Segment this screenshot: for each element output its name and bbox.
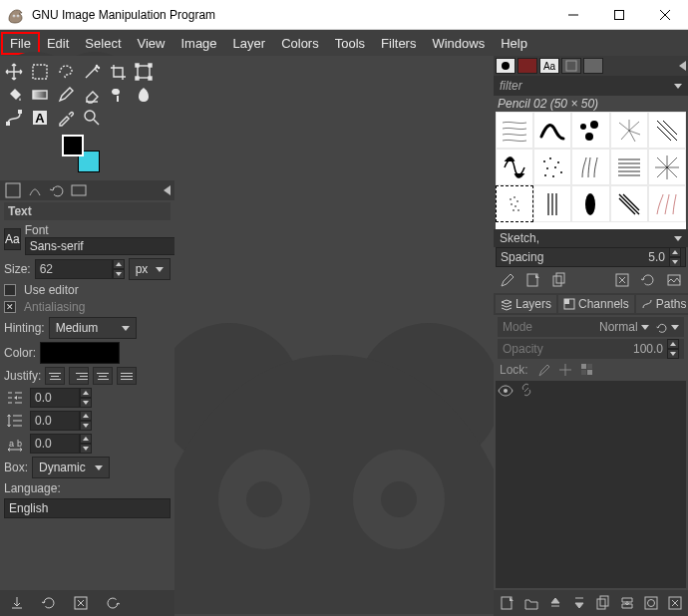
tool-crop[interactable] (108, 62, 127, 81)
lettersp-down[interactable] (80, 444, 92, 454)
spacing-up[interactable] (669, 247, 681, 257)
tool-zoom[interactable] (82, 108, 101, 127)
tool-smudge[interactable] (134, 85, 153, 104)
size-down[interactable] (113, 269, 125, 279)
brush-item[interactable] (610, 112, 648, 149)
tool-pencil[interactable] (56, 85, 75, 104)
box-dropdown[interactable]: Dynamic (32, 457, 110, 478)
brush-item[interactable] (648, 112, 686, 149)
layers-list[interactable] (496, 381, 686, 588)
language-input[interactable] (4, 498, 171, 518)
brush-spacing-slider[interactable]: Spacing 5.0 (496, 247, 686, 267)
raise-layer-icon[interactable] (547, 595, 563, 611)
channels-tab[interactable]: Channels (558, 295, 634, 313)
refresh-brush-icon[interactable] (640, 272, 656, 288)
menu-edit[interactable]: Edit (39, 33, 77, 54)
size-value[interactable]: 62 (35, 259, 113, 279)
menu-tools[interactable]: Tools (327, 33, 373, 54)
maximize-button[interactable] (596, 0, 642, 29)
brush-item[interactable] (610, 149, 648, 185)
justify-left-button[interactable] (45, 367, 65, 385)
brush-item[interactable] (648, 185, 686, 222)
tool-move[interactable] (4, 62, 23, 81)
brush-item[interactable] (571, 112, 609, 149)
undo-tab-icon[interactable] (48, 181, 66, 199)
size-unit-dropdown[interactable]: px (129, 258, 171, 280)
tool-color-picker[interactable] (56, 108, 75, 127)
dock-menu-icon[interactable] (164, 185, 171, 195)
lock-pixels-icon[interactable] (536, 363, 550, 377)
linesp-up[interactable] (80, 411, 92, 421)
tool-eraser[interactable] (82, 85, 101, 104)
antialias-check[interactable] (4, 301, 16, 313)
brush-item[interactable] (496, 112, 533, 149)
size-spin[interactable]: 62 (35, 259, 125, 279)
menu-windows[interactable]: Windows (424, 33, 493, 54)
linespacing-value[interactable]: 0.0 (30, 411, 80, 431)
reset-icon[interactable] (104, 594, 122, 612)
linespacing-spin[interactable]: 0.0 (30, 411, 92, 431)
patterns-tab[interactable] (517, 58, 537, 74)
menu-view[interactable]: View (130, 33, 173, 54)
use-editor-check[interactable] (4, 284, 16, 296)
menu-layer[interactable]: Layer (225, 33, 274, 54)
tool-free-select[interactable] (56, 62, 75, 81)
device-tab-icon[interactable] (26, 181, 44, 199)
indent-up[interactable] (80, 388, 92, 398)
layers-tab[interactable]: Layers (496, 295, 556, 313)
indent-value[interactable]: 0.0 (30, 388, 80, 408)
color-swatches[interactable] (62, 135, 104, 172)
brushes-tab[interactable] (496, 58, 516, 74)
history-tab[interactable] (561, 58, 581, 74)
menu-filters[interactable]: Filters (373, 33, 424, 54)
close-button[interactable] (642, 0, 688, 29)
lettersp-up[interactable] (80, 434, 92, 444)
merge-down-icon[interactable] (619, 595, 635, 611)
justify-center-button[interactable] (93, 367, 113, 385)
delete-preset-icon[interactable] (72, 594, 90, 612)
opacity-up[interactable] (667, 339, 679, 349)
link-icon[interactable] (519, 383, 533, 397)
open-as-image-icon[interactable] (666, 272, 682, 288)
justify-right-button[interactable] (69, 367, 89, 385)
brush-item[interactable] (533, 185, 571, 222)
visibility-icon[interactable] (498, 383, 514, 399)
mode-row[interactable]: Mode Normal (498, 317, 684, 337)
fonts-tab[interactable]: Aa (539, 58, 559, 74)
text-color-chip[interactable] (40, 342, 120, 364)
tool-rect-select[interactable] (30, 62, 49, 81)
new-group-icon[interactable] (523, 595, 539, 611)
linesp-down[interactable] (80, 421, 92, 431)
indent-down[interactable] (80, 398, 92, 408)
lock-position-icon[interactable] (558, 363, 572, 377)
save-preset-icon[interactable] (8, 594, 26, 612)
brush-item[interactable] (496, 149, 533, 185)
canvas-area[interactable] (174, 56, 494, 616)
opacity-row[interactable]: Opacity 100.0 (498, 339, 684, 359)
mask-icon[interactable] (643, 595, 659, 611)
lower-layer-icon[interactable] (571, 595, 587, 611)
brush-item[interactable] (648, 149, 686, 185)
lock-alpha-icon[interactable] (580, 363, 594, 377)
tool-text[interactable]: A (30, 108, 49, 127)
delete-brush-icon[interactable] (614, 272, 630, 288)
menu-colors[interactable]: Colors (273, 33, 327, 54)
menu-file[interactable]: File (2, 33, 39, 54)
fg-color-swatch[interactable] (62, 135, 84, 156)
justify-fill-button[interactable] (117, 367, 137, 385)
brush-tag-filter[interactable]: Sketch, (494, 229, 688, 247)
brushdock-menu-icon[interactable] (679, 61, 686, 71)
tool-transform[interactable] (134, 62, 153, 81)
minimize-button[interactable] (550, 0, 596, 29)
brush-item[interactable] (571, 185, 609, 222)
doc-tab[interactable] (583, 58, 603, 74)
size-up[interactable] (113, 259, 125, 269)
brush-item-selected[interactable] (496, 185, 533, 222)
indent-spin[interactable]: 0.0 (30, 388, 92, 408)
hinting-dropdown[interactable]: Medium (49, 317, 137, 339)
brush-item[interactable] (533, 149, 571, 185)
tooloptions-tab-icon[interactable] (4, 181, 22, 199)
font-input[interactable] (25, 237, 184, 255)
brush-grid[interactable] (496, 112, 686, 229)
spacing-down[interactable] (669, 257, 681, 267)
